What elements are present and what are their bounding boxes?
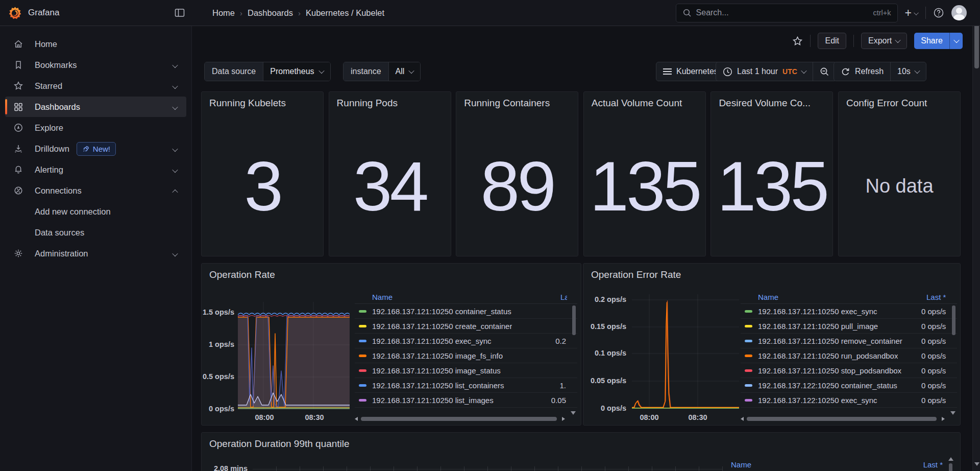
kubernetes-button[interactable]: Kubernetes [656, 62, 725, 81]
legend-row[interactable]: 192.168.137.121:10250 list_images0.05 [355, 393, 577, 408]
dashboard-actions: Edit Export Share [792, 33, 963, 49]
time-range-picker[interactable]: Last 1 hour UTC [716, 62, 813, 81]
legend-name-header[interactable]: Name [758, 293, 778, 301]
instance-picker: instance All [343, 62, 421, 81]
star-icon [13, 81, 23, 91]
legend-row[interactable]: 192.168.137.121:10250 run_podsandbox0 op… [741, 348, 957, 363]
legend-row-partial[interactable]: 192.168.137.122:10250 [741, 408, 839, 412]
legend-vertical-scrollbar[interactable] [572, 305, 576, 335]
legend-value-header[interactable]: Last * [560, 293, 567, 301]
sidebar: HomeBookmarksStarredDashboardsExploreDri… [0, 26, 192, 471]
sidebar-item-add-new-connection[interactable]: Add new connection [5, 201, 186, 222]
divider [810, 35, 811, 47]
legend-row-partial[interactable]: 192.168.137.121:10250 [355, 408, 453, 412]
scroll-down-icon[interactable] [950, 411, 955, 415]
legend-row[interactable]: 192.168.137.121:10250 remove_container0 … [741, 334, 957, 348]
timezone-label: UTC [782, 67, 797, 76]
sidebar-item-data-sources[interactable]: Data sources [5, 222, 186, 243]
sidebar-toggle-icon[interactable] [175, 8, 185, 17]
gridline-tick [534, 466, 535, 471]
grafana-logo[interactable] [8, 6, 22, 20]
legend-row[interactable]: 192.168.137.121:10250 create_container [355, 319, 577, 334]
legend-row[interactable]: 192.168.137.121:10250 list_containers1. [355, 378, 577, 393]
search-input[interactable]: Search... ctrl+k [676, 4, 898, 22]
series-color-marker [359, 340, 366, 342]
sidebar-item-starred[interactable]: Starred [5, 76, 186, 96]
legend-vertical-scrollbar[interactable] [952, 305, 955, 335]
legend-row[interactable]: 192.168.137.121:10250 exec_sync0.2 [355, 334, 577, 348]
sidebar-item-connections[interactable]: Connections [5, 180, 186, 201]
favorite-star-icon[interactable] [792, 36, 803, 46]
panel-title[interactable]: Running Pods [337, 98, 398, 109]
refresh-button[interactable]: Refresh [834, 62, 890, 81]
new-badge: New! [77, 142, 116, 156]
panel-title[interactable]: Operation Duration 99th quantile [209, 438, 350, 450]
sidebar-item-alerting[interactable]: Alerting [5, 159, 186, 180]
breadcrumb-item[interactable]: Home [212, 8, 235, 18]
sidebar-item-administration[interactable]: Administration [5, 243, 186, 264]
legend-row[interactable]: 192.168.137.121:10250 image_status [355, 363, 577, 378]
operation-error-rate-panel: Operation Error Rate 0.2 ops/s0.15 ops/s… [583, 263, 961, 426]
legend-value-header[interactable]: Last * [892, 460, 943, 469]
hamburger-icon [663, 68, 672, 75]
zoom-out-button[interactable] [813, 62, 836, 81]
scroll-up-icon[interactable] [948, 457, 953, 461]
gridline-tick [581, 466, 582, 471]
export-button[interactable]: Export [861, 33, 907, 49]
legend-horizontal-scrollbar[interactable] [355, 417, 569, 421]
series-color-marker [745, 355, 752, 357]
sidebar-item-drilldown[interactable]: DrilldownNew! [5, 138, 186, 159]
stat-panel-actual-volume-count: Actual Volume Count135 [583, 91, 706, 256]
legend-row[interactable]: 192.168.137.122:10250 container_status0 … [741, 378, 957, 393]
breadcrumb-separator-icon: › [240, 9, 242, 17]
window-scrollbar[interactable] [972, 0, 980, 471]
legend-vertical-scrollbar[interactable] [949, 463, 952, 471]
brand-title[interactable]: Grafana [28, 8, 59, 18]
operation-rate-chart[interactable] [238, 302, 350, 409]
panel-title[interactable]: Desired Volume Co... [719, 98, 811, 109]
datasource-value-dropdown[interactable]: Prometheus [263, 62, 330, 81]
sidebar-item-bookmarks[interactable]: Bookmarks [5, 55, 186, 75]
panel-title[interactable]: Operation Rate [209, 269, 275, 280]
legend-name-header[interactable]: Name [731, 460, 751, 469]
legend-value-header[interactable]: Last * [926, 293, 948, 301]
legend-row[interactable]: 192.168.137.121:10250 image_fs_info [355, 348, 577, 363]
legend-row[interactable]: 192.168.137.121:10250 pull_image0 ops/s [741, 319, 957, 334]
series-name: 192.168.137.122:10250 container_status [758, 381, 897, 390]
edit-button[interactable]: Edit [818, 33, 846, 49]
breadcrumb-item[interactable]: Dashboards [248, 8, 293, 18]
panel-title[interactable]: Operation Error Rate [591, 269, 681, 280]
legend-row[interactable]: 192.168.137.121:10250 stop_podsandbox0 o… [741, 363, 957, 378]
refresh-icon [841, 67, 850, 77]
user-avatar[interactable] [951, 5, 967, 20]
panel-title[interactable]: Running Containers [464, 98, 550, 109]
sidebar-item-label: Data sources [35, 228, 84, 238]
panel-title[interactable]: Config Error Count [846, 98, 927, 109]
legend-horizontal-scrollbar[interactable] [741, 417, 949, 421]
gridline-tick [347, 466, 347, 471]
sidebar-item-explore[interactable]: Explore [5, 117, 186, 138]
breadcrumb-item[interactable]: Kubernetes / Kubelet [306, 8, 384, 18]
panel-title[interactable]: Actual Volume Count [592, 98, 682, 109]
panel-title[interactable]: Running Kubelets [209, 98, 286, 109]
chevron-down-icon [409, 68, 414, 74]
operation-error-rate-chart[interactable] [632, 294, 739, 409]
add-new-button[interactable]: + [905, 7, 918, 19]
legend-row[interactable]: 192.168.137.121:10250 exec_sync0 ops/s [741, 304, 957, 319]
share-button[interactable]: Share [914, 33, 949, 49]
legend-row[interactable]: 192.168.137.121:10250 container_status [355, 304, 577, 319]
y-axis-tick: 0 ops/s [583, 404, 626, 412]
sidebar-item-home[interactable]: Home [5, 34, 186, 54]
gear-icon [13, 248, 23, 258]
scroll-left-icon [741, 417, 744, 421]
legend-name-header[interactable]: Name [372, 293, 393, 301]
scroll-down-icon[interactable] [571, 411, 576, 415]
sidebar-item-dashboards[interactable]: Dashboards [5, 97, 186, 117]
legend-row[interactable]: 192.168.137.122:10250 exec_sync0 ops/s [741, 393, 957, 408]
refresh-interval-dropdown[interactable]: 10s [890, 62, 926, 81]
stat-value: No data [839, 122, 960, 251]
instance-value-dropdown[interactable]: All [388, 62, 421, 81]
series-value: 0 ops/s [921, 396, 950, 405]
share-dropdown-button[interactable] [949, 33, 963, 49]
help-button[interactable] [933, 7, 944, 18]
